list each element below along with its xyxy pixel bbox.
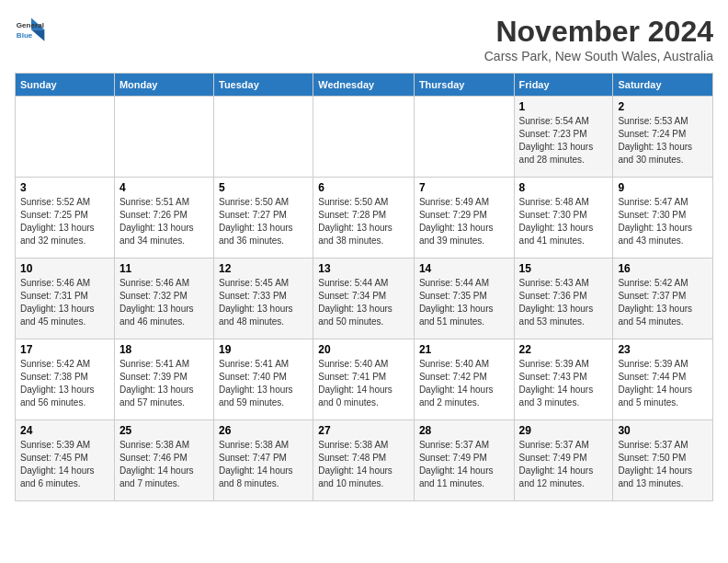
day-info: Sunrise: 5:48 AM Sunset: 7:30 PM Dayligh… <box>519 196 609 247</box>
calendar-cell: 25Sunrise: 5:38 AM Sunset: 7:46 PM Dayli… <box>114 420 213 501</box>
day-number: 6 <box>318 181 409 194</box>
day-info: Sunrise: 5:52 AM Sunset: 7:25 PM Dayligh… <box>20 196 109 247</box>
day-info: Sunrise: 5:39 AM Sunset: 7:43 PM Dayligh… <box>519 358 609 409</box>
calendar-cell: 11Sunrise: 5:46 AM Sunset: 7:32 PM Dayli… <box>114 259 213 339</box>
calendar-cell <box>213 97 313 178</box>
weekday-header-sunday: Sunday <box>16 74 115 97</box>
calendar-cell: 2Sunrise: 5:53 AM Sunset: 7:24 PM Daylig… <box>613 97 713 178</box>
day-info: Sunrise: 5:46 AM Sunset: 7:32 PM Dayligh… <box>119 277 209 328</box>
calendar-cell: 19Sunrise: 5:41 AM Sunset: 7:40 PM Dayli… <box>213 339 313 420</box>
weekday-header-monday: Monday <box>114 74 213 97</box>
day-info: Sunrise: 5:47 AM Sunset: 7:30 PM Dayligh… <box>618 196 708 247</box>
day-number: 21 <box>419 343 509 356</box>
calendar-cell: 28Sunrise: 5:37 AM Sunset: 7:49 PM Dayli… <box>414 420 514 501</box>
day-number: 2 <box>618 100 708 113</box>
calendar-cell: 21Sunrise: 5:40 AM Sunset: 7:42 PM Dayli… <box>414 339 514 420</box>
weekday-header-tuesday: Tuesday <box>213 74 313 97</box>
calendar-cell: 4Sunrise: 5:51 AM Sunset: 7:26 PM Daylig… <box>114 178 213 259</box>
logo: General Blue <box>15 15 48 48</box>
day-info: Sunrise: 5:42 AM Sunset: 7:38 PM Dayligh… <box>20 358 109 409</box>
week-row-4: 17Sunrise: 5:42 AM Sunset: 7:38 PM Dayli… <box>16 339 713 420</box>
calendar-cell: 5Sunrise: 5:50 AM Sunset: 7:27 PM Daylig… <box>213 178 313 259</box>
day-info: Sunrise: 5:46 AM Sunset: 7:31 PM Dayligh… <box>20 277 109 328</box>
day-number: 5 <box>219 181 308 194</box>
day-number: 3 <box>20 181 109 194</box>
day-info: Sunrise: 5:40 AM Sunset: 7:41 PM Dayligh… <box>318 358 409 409</box>
day-number: 30 <box>618 424 708 437</box>
day-info: Sunrise: 5:39 AM Sunset: 7:44 PM Dayligh… <box>618 358 708 409</box>
day-info: Sunrise: 5:37 AM Sunset: 7:49 PM Dayligh… <box>419 439 509 490</box>
day-number: 26 <box>219 424 308 437</box>
calendar-cell: 10Sunrise: 5:46 AM Sunset: 7:31 PM Dayli… <box>16 259 115 339</box>
calendar-cell: 24Sunrise: 5:39 AM Sunset: 7:45 PM Dayli… <box>16 420 115 501</box>
logo-icon: General Blue <box>15 15 48 48</box>
day-info: Sunrise: 5:37 AM Sunset: 7:49 PM Dayligh… <box>519 439 609 490</box>
week-row-3: 10Sunrise: 5:46 AM Sunset: 7:31 PM Dayli… <box>16 259 713 339</box>
day-info: Sunrise: 5:40 AM Sunset: 7:42 PM Dayligh… <box>419 358 509 409</box>
calendar-cell: 18Sunrise: 5:41 AM Sunset: 7:39 PM Dayli… <box>114 339 213 420</box>
day-number: 14 <box>419 262 509 275</box>
day-info: Sunrise: 5:51 AM Sunset: 7:26 PM Dayligh… <box>119 196 209 247</box>
day-number: 7 <box>419 181 509 194</box>
day-info: Sunrise: 5:38 AM Sunset: 7:47 PM Dayligh… <box>219 439 308 490</box>
day-info: Sunrise: 5:44 AM Sunset: 7:34 PM Dayligh… <box>318 277 409 328</box>
calendar-cell: 17Sunrise: 5:42 AM Sunset: 7:38 PM Dayli… <box>16 339 115 420</box>
day-number: 29 <box>519 424 609 437</box>
calendar-cell: 9Sunrise: 5:47 AM Sunset: 7:30 PM Daylig… <box>613 178 713 259</box>
day-number: 18 <box>119 343 209 356</box>
calendar-cell: 3Sunrise: 5:52 AM Sunset: 7:25 PM Daylig… <box>16 178 115 259</box>
calendar-table: SundayMondayTuesdayWednesdayThursdayFrid… <box>15 73 713 501</box>
calendar-cell: 23Sunrise: 5:39 AM Sunset: 7:44 PM Dayli… <box>613 339 713 420</box>
day-number: 22 <box>519 343 609 356</box>
weekday-header-friday: Friday <box>514 74 613 97</box>
day-number: 25 <box>119 424 209 437</box>
svg-text:General: General <box>17 21 44 29</box>
day-info: Sunrise: 5:45 AM Sunset: 7:33 PM Dayligh… <box>219 277 308 328</box>
calendar-cell: 12Sunrise: 5:45 AM Sunset: 7:33 PM Dayli… <box>213 259 313 339</box>
day-info: Sunrise: 5:42 AM Sunset: 7:37 PM Dayligh… <box>618 277 708 328</box>
calendar-cell: 22Sunrise: 5:39 AM Sunset: 7:43 PM Dayli… <box>514 339 613 420</box>
subtitle: Carss Park, New South Wales, Australia <box>484 49 713 63</box>
calendar-cell: 14Sunrise: 5:44 AM Sunset: 7:35 PM Dayli… <box>414 259 514 339</box>
calendar-cell: 29Sunrise: 5:37 AM Sunset: 7:49 PM Dayli… <box>514 420 613 501</box>
day-info: Sunrise: 5:39 AM Sunset: 7:45 PM Dayligh… <box>20 439 109 490</box>
svg-marker-2 <box>31 29 44 41</box>
calendar-cell: 1Sunrise: 5:54 AM Sunset: 7:23 PM Daylig… <box>514 97 613 178</box>
day-info: Sunrise: 5:54 AM Sunset: 7:23 PM Dayligh… <box>519 115 609 167</box>
day-number: 15 <box>519 262 609 275</box>
calendar-cell: 15Sunrise: 5:43 AM Sunset: 7:36 PM Dayli… <box>514 259 613 339</box>
title-block: November 2024 Carss Park, New South Wale… <box>484 15 713 63</box>
day-info: Sunrise: 5:44 AM Sunset: 7:35 PM Dayligh… <box>419 277 509 328</box>
day-number: 16 <box>618 262 708 275</box>
day-number: 10 <box>20 262 109 275</box>
weekday-header-wednesday: Wednesday <box>313 74 415 97</box>
day-info: Sunrise: 5:49 AM Sunset: 7:29 PM Dayligh… <box>419 196 509 247</box>
calendar-cell <box>114 97 213 178</box>
day-number: 1 <box>519 100 609 113</box>
page-header: General Blue November 2024 Carss Park, N… <box>15 15 713 63</box>
day-number: 4 <box>119 181 209 194</box>
day-info: Sunrise: 5:38 AM Sunset: 7:46 PM Dayligh… <box>119 439 209 490</box>
calendar-cell: 13Sunrise: 5:44 AM Sunset: 7:34 PM Dayli… <box>313 259 415 339</box>
day-info: Sunrise: 5:50 AM Sunset: 7:27 PM Dayligh… <box>219 196 308 247</box>
weekday-header-thursday: Thursday <box>414 74 514 97</box>
calendar-cell: 16Sunrise: 5:42 AM Sunset: 7:37 PM Dayli… <box>613 259 713 339</box>
calendar-cell <box>313 97 415 178</box>
day-number: 28 <box>419 424 509 437</box>
day-number: 17 <box>20 343 109 356</box>
day-number: 13 <box>318 262 409 275</box>
calendar-cell: 7Sunrise: 5:49 AM Sunset: 7:29 PM Daylig… <box>414 178 514 259</box>
calendar-cell: 6Sunrise: 5:50 AM Sunset: 7:28 PM Daylig… <box>313 178 415 259</box>
week-row-5: 24Sunrise: 5:39 AM Sunset: 7:45 PM Dayli… <box>16 420 713 501</box>
week-row-1: 1Sunrise: 5:54 AM Sunset: 7:23 PM Daylig… <box>16 97 713 178</box>
day-number: 24 <box>20 424 109 437</box>
calendar-cell: 20Sunrise: 5:40 AM Sunset: 7:41 PM Dayli… <box>313 339 415 420</box>
day-number: 23 <box>618 343 708 356</box>
day-number: 11 <box>119 262 209 275</box>
weekday-header-saturday: Saturday <box>613 74 713 97</box>
day-info: Sunrise: 5:37 AM Sunset: 7:50 PM Dayligh… <box>618 439 708 490</box>
month-title: November 2024 <box>484 15 713 49</box>
day-number: 9 <box>618 181 708 194</box>
day-info: Sunrise: 5:41 AM Sunset: 7:39 PM Dayligh… <box>119 358 209 409</box>
day-number: 20 <box>318 343 409 356</box>
